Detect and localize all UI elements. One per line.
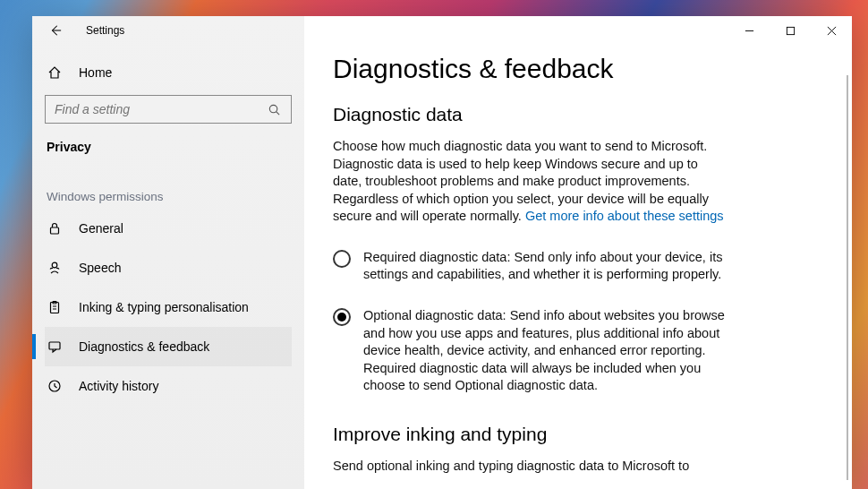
home-label: Home: [79, 65, 112, 80]
section-title: Privacy: [45, 124, 292, 163]
clipboard-icon: [47, 299, 63, 315]
maximize-icon: [782, 22, 798, 39]
radio-icon: [333, 308, 351, 326]
search-box[interactable]: [45, 95, 292, 124]
sidebar-item-activity[interactable]: Activity history: [45, 366, 292, 406]
history-icon: [47, 378, 63, 394]
settings-window: Settings Home Privacy Windows permission…: [32, 16, 852, 489]
sidebar-item-inking[interactable]: Inking & typing personalisation: [45, 287, 292, 327]
sidebar-item-general[interactable]: General: [45, 209, 292, 248]
svg-rect-9: [49, 342, 60, 349]
svg-rect-3: [51, 227, 59, 234]
sidebar-item-speech[interactable]: Speech: [45, 248, 292, 287]
close-button[interactable]: [811, 16, 852, 45]
group-label: Windows permissions: [45, 163, 292, 209]
nav-label: Activity history: [79, 379, 158, 393]
search-input[interactable]: [55, 102, 266, 116]
back-button[interactable]: [47, 21, 64, 39]
svg-rect-12: [787, 27, 794, 34]
feedback-icon: [47, 339, 63, 355]
nav-label: Inking & typing personalisation: [79, 300, 249, 314]
inking-description: Send optional inking and typing diagnost…: [333, 458, 727, 476]
sidebar-item-diagnostics[interactable]: Diagnostics & feedback: [45, 327, 292, 366]
minimize-button[interactable]: [728, 16, 770, 45]
radio-label-optional: Optional diagnostic data: Send info abou…: [363, 307, 727, 395]
home-nav[interactable]: Home: [45, 54, 292, 91]
maximize-button[interactable]: [770, 16, 811, 45]
page-title: Diagnostics & feedback: [333, 54, 823, 84]
app-title: Settings: [86, 24, 124, 37]
more-info-link[interactable]: Get more info about these settings: [525, 209, 724, 223]
minimize-icon: [741, 22, 757, 39]
home-icon: [47, 64, 63, 81]
search-icon: [266, 101, 282, 117]
section-heading-inking: Improve inking and typing: [333, 424, 823, 445]
nav-label: General: [79, 221, 123, 236]
speech-icon: [47, 260, 63, 276]
radio-label-required: Required diagnostic data: Send only info…: [363, 249, 727, 284]
arrow-left-icon: [47, 22, 64, 39]
titlebar-right: [304, 16, 852, 45]
lock-icon: [47, 220, 63, 236]
svg-point-1: [269, 105, 277, 112]
section-inking: Improve inking and typing Send optional …: [333, 424, 823, 476]
scrollbar[interactable]: [847, 75, 848, 480]
diagnostic-description: Choose how much diagnostic data you want…: [333, 138, 727, 226]
radio-optional[interactable]: Optional diagnostic data: Send info abou…: [333, 307, 727, 395]
sidebar-body: Home Privacy Windows permissions General: [32, 45, 304, 406]
sidebar: Settings Home Privacy Windows permission…: [32, 16, 304, 489]
content-area: Diagnostics & feedback Diagnostic data C…: [304, 45, 852, 489]
titlebar-left: Settings: [32, 16, 304, 45]
section-heading-data: Diagnostic data: [333, 104, 823, 125]
svg-point-4: [52, 262, 57, 268]
main-panel: Diagnostics & feedback Diagnostic data C…: [304, 16, 852, 489]
nav-label: Diagnostics & feedback: [79, 339, 209, 354]
radio-required[interactable]: Required diagnostic data: Send only info…: [333, 249, 727, 284]
nav-label: Speech: [79, 261, 121, 275]
radio-icon: [333, 250, 351, 268]
close-icon: [823, 22, 839, 39]
svg-line-2: [276, 111, 278, 114]
